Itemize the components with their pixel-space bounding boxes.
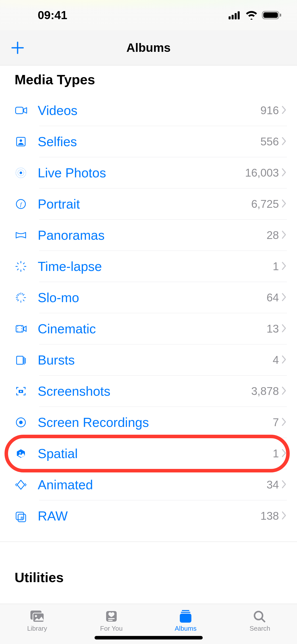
pano-icon <box>15 229 27 242</box>
row-count: 3,878 <box>251 385 279 397</box>
row-count: 1 <box>273 260 279 273</box>
cinematic-icon <box>15 323 27 335</box>
media-row-live[interactable]: Live Photos 16,003 <box>0 157 297 188</box>
media-row-slomo[interactable]: Slo-mo 64 <box>0 282 297 313</box>
animated-icon <box>15 478 27 491</box>
row-label: Spatial <box>38 446 273 461</box>
chevron-right-icon <box>281 480 287 490</box>
status-indicators <box>229 10 282 20</box>
chevron-right-icon <box>281 137 287 147</box>
media-row-timelapse[interactable]: Time-lapse 1 <box>0 251 297 282</box>
media-row-pano[interactable]: Panoramas 28 <box>0 220 297 251</box>
svg-rect-1 <box>232 15 234 19</box>
row-label: Bursts <box>38 352 273 368</box>
row-count: 13 <box>267 323 279 335</box>
row-label: Portrait <box>38 196 251 212</box>
row-count: 6,725 <box>251 198 279 210</box>
row-label: Slo-mo <box>38 290 267 305</box>
svg-line-19 <box>262 619 265 622</box>
raw-icon <box>15 510 27 522</box>
media-row-video[interactable]: Videos 916 <box>0 95 297 126</box>
bursts-icon <box>15 354 27 366</box>
row-count: 1 <box>273 447 279 460</box>
svg-rect-6 <box>280 14 281 17</box>
row-count: 4 <box>273 354 279 366</box>
slomo-icon <box>15 291 27 304</box>
media-row-spatial[interactable]: Spatial 1 <box>0 438 297 469</box>
live-icon <box>15 167 27 179</box>
row-count: 916 <box>261 104 279 117</box>
chevron-right-icon <box>281 386 287 396</box>
row-label: Time-lapse <box>38 259 273 274</box>
media-row-selfie[interactable]: Selfies 556 <box>0 126 297 157</box>
tab-bar: Library For You Albums Search <box>0 604 297 644</box>
svg-rect-2 <box>235 13 237 19</box>
row-label: Panoramas <box>38 228 267 243</box>
tab-search[interactable]: Search <box>223 604 297 644</box>
svg-rect-13 <box>108 618 115 619</box>
tab-label: Search <box>249 625 270 632</box>
media-row-raw[interactable]: RAW 138 <box>0 500 297 532</box>
status-bar: 09:41 <box>0 0 297 30</box>
row-count: 64 <box>267 291 279 304</box>
svg-rect-16 <box>181 612 190 613</box>
svg-point-11 <box>35 615 37 617</box>
chevron-right-icon <box>281 105 287 115</box>
tab-label: Albums <box>175 625 197 632</box>
status-time: 09:41 <box>38 8 67 22</box>
chevron-right-icon <box>281 230 287 240</box>
media-row-bursts[interactable]: Bursts 4 <box>0 344 297 376</box>
row-count: 34 <box>267 478 279 491</box>
row-label: Cinematic <box>38 321 267 336</box>
chevron-right-icon <box>281 355 287 365</box>
media-row-portrait[interactable]: Portrait 6,725 <box>0 188 297 220</box>
battery-icon <box>262 10 282 20</box>
svg-rect-17 <box>180 614 191 623</box>
chevron-right-icon <box>281 261 287 271</box>
cellular-icon <box>229 11 241 19</box>
media-row-screenrec[interactable]: Screen Recordings 7 <box>0 407 297 438</box>
spatial-icon <box>15 447 27 460</box>
row-label: RAW <box>38 508 261 524</box>
svg-rect-14 <box>108 620 113 621</box>
add-button[interactable] <box>10 40 25 55</box>
media-row-animated[interactable]: Animated 34 <box>0 469 297 500</box>
row-count: 556 <box>261 135 279 148</box>
row-label: Screen Recordings <box>38 415 273 430</box>
tab-label: For You <box>100 625 123 632</box>
row-count: 16,003 <box>245 167 279 179</box>
row-label: Videos <box>38 103 261 118</box>
tab-label: Library <box>27 625 47 632</box>
wifi-icon <box>245 11 258 20</box>
chevron-right-icon <box>281 168 287 178</box>
row-label: Live Photos <box>38 165 245 180</box>
svg-rect-15 <box>182 610 189 611</box>
svg-rect-5 <box>263 12 278 18</box>
row-label: Animated <box>38 477 267 492</box>
section-media-types: Media Types <box>0 65 297 95</box>
chevron-right-icon <box>281 293 287 303</box>
chevron-right-icon <box>281 449 287 459</box>
svg-rect-0 <box>229 16 231 19</box>
media-row-screenshot[interactable]: Screenshots 3,878 <box>0 376 297 407</box>
content: Media Types Videos 916 Selfies 556 Live … <box>0 65 297 604</box>
media-row-cinematic[interactable]: Cinematic 13 <box>0 313 297 344</box>
home-indicator[interactable] <box>95 636 203 639</box>
section-utilities: Utilities <box>0 542 297 593</box>
row-count: 138 <box>261 510 279 522</box>
row-label: Screenshots <box>38 384 251 399</box>
chevron-right-icon <box>281 199 287 209</box>
row-label: Selfies <box>38 134 261 149</box>
timelapse-icon <box>15 260 27 273</box>
nav-title: Albums <box>126 41 171 55</box>
row-count: 7 <box>273 416 279 429</box>
chevron-right-icon <box>281 511 287 521</box>
screenshot-icon <box>15 385 27 397</box>
svg-rect-10 <box>33 613 44 622</box>
tab-library[interactable]: Library <box>0 604 74 644</box>
svg-rect-3 <box>238 11 240 19</box>
chevron-right-icon <box>281 324 287 334</box>
screenrec-icon <box>15 416 27 429</box>
row-count: 28 <box>267 229 279 242</box>
portrait-icon <box>15 198 27 210</box>
